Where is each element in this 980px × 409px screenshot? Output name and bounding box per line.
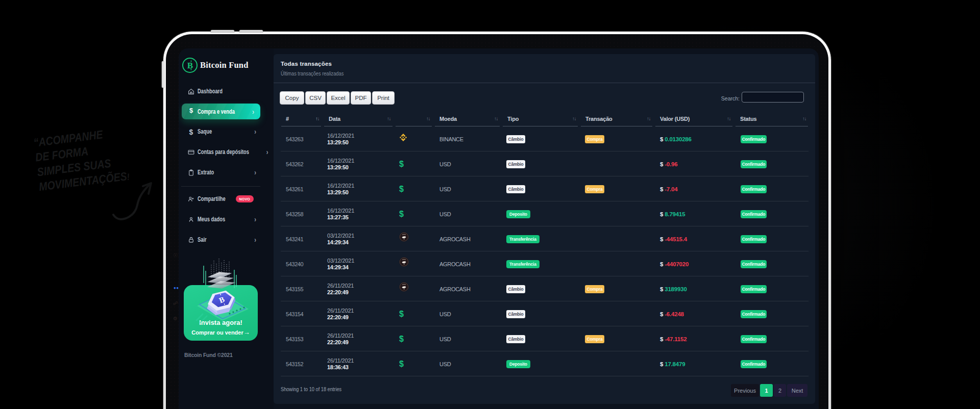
svg-text:$: $ <box>189 128 193 136</box>
svg-text:B: B <box>187 61 193 70</box>
